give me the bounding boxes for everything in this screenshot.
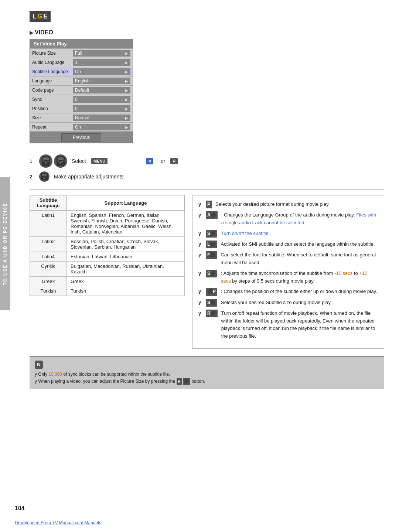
menu-row-arrow: ▶ (125, 79, 128, 83)
support-lang-cell: Greek (67, 277, 185, 286)
menu-value-area: Default ▶ (73, 87, 130, 93)
desc-icon-position: ⬛P (206, 288, 217, 296)
menu-row-label: Subtitle Language (32, 69, 73, 74)
desc-text-4: Activated for SMI subtitle and can selec… (221, 241, 375, 248)
lang-table: Subtitle Language Support Language Latin… (30, 195, 185, 296)
desc-text-1: Selects your desired picture format duri… (215, 201, 330, 208)
svg-point-8 (58, 161, 59, 162)
step-1-row: 1 (30, 154, 384, 168)
menu-value-area: On ▶ (73, 124, 130, 130)
previous-button[interactable]: Previous (61, 133, 102, 141)
svg-point-4 (48, 161, 49, 162)
menu-value-area: 0 ▶ (73, 96, 130, 103)
menu-row-label: Position (32, 106, 73, 111)
menu-row-repeat[interactable]: Repeat On ▶ (30, 122, 133, 132)
svg-point-7 (59, 161, 62, 164)
subtitle-lang-cell: Latin1 (30, 211, 67, 237)
menu-row-language[interactable]: Language English ▶ (30, 76, 133, 85)
svg-point-14 (44, 177, 45, 179)
desc-item-9: y R⬛ Turn on/off repeat function of movi… (198, 310, 378, 340)
desc-text-6: : Adjusts the time synchronisation of th… (221, 270, 378, 285)
menu-row-arrow: ▶ (125, 61, 128, 65)
table-row: Greek Greek (30, 277, 185, 286)
downloaded-footer: Downloaded From TV-Manual.com Manuals (15, 520, 101, 525)
menu-row-arrow: ▶ (125, 125, 128, 129)
menu-row-label: Repeat (32, 125, 73, 130)
support-lang-cell: Bosnian, Polish, Croatian, Czech, Slovak… (67, 237, 185, 252)
video-icon: ▶ (30, 30, 33, 35)
support-lang-cell: Bulgarian, Macedonian, Russian, Ukrainia… (67, 262, 185, 277)
support-lang-cell: English, Spanish, French, German, Italia… (67, 211, 185, 237)
desc-icon-audio: A⬛ (206, 211, 218, 219)
logo-letter-g: G (37, 13, 42, 20)
r-button-ref: R (177, 378, 182, 385)
desc-item-3: y S⬛ Turn on/off the subtitle. (198, 230, 378, 238)
menu-row-position[interactable]: Position 0 ▶ (30, 104, 133, 113)
step-1-text-pre: Select (72, 158, 86, 164)
subtitle-lang-cell: Cyrillic (30, 262, 67, 277)
lang-table-container: Subtitle Language Support Language Latin… (30, 195, 185, 296)
table-row: Latin2 Bosnian, Polish, Croatian, Czech,… (30, 237, 185, 252)
menu-row-picture-size[interactable]: Picture Size Full ▶ (30, 48, 133, 58)
sync-blocks-number: 10,000 (48, 372, 62, 377)
table-row: Latin1 English, Spanish, French, German,… (30, 211, 185, 237)
desc-item-2: y A⬛ : Changes the Language Group of the… (198, 211, 378, 227)
menu-row-sync[interactable]: Sync 0 ▶ (30, 95, 133, 104)
section-title: VIDEO (35, 29, 53, 36)
svg-rect-1 (43, 157, 49, 160)
audio-note: Files with a single audio track cannot b… (221, 212, 376, 225)
menu-row-label: Code page (32, 88, 73, 93)
menu-value-area: Normal ▶ (73, 115, 130, 121)
picture-button-ref: ⬛ (183, 378, 190, 385)
desc-text-3: Turn on/off the subtitle. (221, 230, 270, 238)
menu-previous-area: Previous (30, 132, 133, 143)
col-subtitle-header: Subtitle Language (30, 195, 67, 211)
r-button-label: R (170, 158, 178, 164)
desc-text-5: Can select the font for subtitle. When s… (221, 251, 378, 267)
note-text-1: y Only 10,000 of sync blocks can be supp… (35, 371, 379, 378)
svg-point-2 (45, 161, 47, 164)
menu-value-area: English ▶ (73, 78, 130, 84)
menu-row-audio-lang[interactable]: Audio Language 1 ▶ (30, 58, 133, 67)
svg-text:⚙: ⚙ (148, 159, 151, 163)
menu-row-value: 0 (75, 106, 78, 111)
menu-row-arrow: ▶ (125, 107, 128, 111)
note-area: N y Only 10,000 of sync blocks can be su… (30, 356, 384, 389)
svg-rect-13 (42, 174, 47, 176)
step-2-number: 2 (30, 174, 35, 180)
svg-point-3 (43, 161, 44, 162)
divider (30, 189, 384, 190)
desc-item-6: y S⬛ : Adjusts the time synchronisation … (198, 270, 378, 285)
table-row: Cyrillic Bulgarian, Macedonian, Russian,… (30, 262, 185, 277)
menu-row-value: Normal (75, 115, 89, 120)
menu-row-value: 1 (75, 60, 78, 65)
section-header: ▶ VIDEO (30, 29, 384, 36)
desc-text-8: Selects your desired Subtitle size durin… (221, 299, 332, 307)
menu-row-subtitle-lang[interactable]: Subtitle Language On ▶ (30, 67, 133, 76)
desc-text-7: : Changes the position of the subtitle e… (221, 288, 377, 296)
logo-area: L G E (30, 11, 384, 22)
step-2-row: 2 Make appropriate adjustments. (30, 171, 384, 182)
subtitle-lang-cell: Latin2 (30, 237, 67, 252)
desc-bullet: y (198, 241, 204, 248)
subtitle-lang-cell: Turkish (30, 286, 67, 296)
desc-item-1: y P Selects your desired picture format … (198, 201, 378, 208)
sync-min: -10 secs (334, 270, 352, 276)
menu-row-label: Language (32, 78, 73, 83)
desc-text-2: : Changes the Language Group of the audi… (221, 211, 378, 227)
logo-letter-e: E (43, 13, 48, 20)
svg-point-9 (62, 161, 64, 162)
svg-rect-6 (58, 157, 64, 160)
desc-icon-font: F⬛ (206, 251, 217, 259)
desc-item-5: y F⬛ Can select the font for subtitle. W… (198, 251, 378, 267)
page-number: 104 (15, 505, 25, 512)
subtitle-lang-cell: Latin4 (30, 252, 67, 262)
two-col-layout: Subtitle Language Support Language Latin… (30, 195, 384, 349)
menu-title: Set Video Play. (30, 39, 133, 48)
menu-row-code-page[interactable]: Code page Default ▶ (30, 85, 133, 95)
desc-icon-sync: S⬛ (206, 270, 217, 277)
support-lang-cell: Estonian, Latvian, Lithuanian (67, 252, 185, 262)
menu-row-size[interactable]: Size Normal ▶ (30, 113, 133, 122)
menu-row-value: On (75, 125, 81, 130)
desc-icon-picture: P (206, 201, 212, 208)
